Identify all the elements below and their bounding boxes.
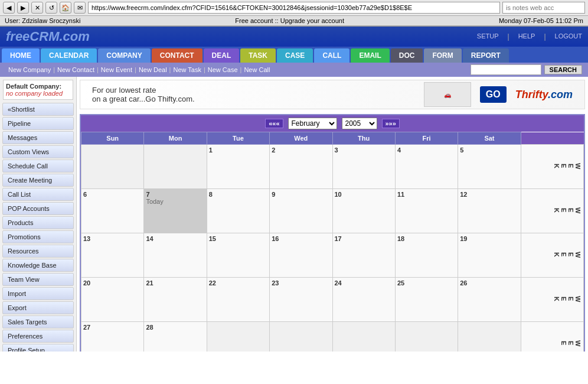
new-event-link[interactable]: New Event [99,66,135,73]
sidebar-item-schedule-call[interactable]: Schedule Call [2,160,74,173]
day-cell[interactable]: 24 [332,278,395,322]
tab-form[interactable]: FORM [424,48,461,63]
home-button[interactable]: 🏠 [60,2,71,14]
tab-report[interactable]: REPORT [463,48,509,63]
tab-task[interactable]: TASK [240,48,276,63]
day-cell[interactable] [81,145,144,189]
day-cell[interactable]: 11 [395,189,458,233]
day-cell[interactable]: 8 [207,189,269,233]
app-nav-links: SETUP | HELP | LOGOUT [477,32,582,41]
col-sun: Sun [81,132,144,145]
col-sat: Sat [458,132,521,145]
day-cell[interactable]: 27 [81,322,144,352]
day-cell[interactable]: 20 [81,278,144,322]
ad-logo: GO [480,86,507,103]
sidebar-item-messages[interactable]: Messages [2,131,74,144]
col-tue: Tue [207,132,269,145]
sidebar-item-import[interactable]: Import [2,287,74,300]
month-select[interactable]: January February March April May June Ju… [288,118,337,129]
top-nav: HOME CALENDAR COMPANY CONTACT DEAL TASK … [0,47,588,63]
quick-links-left: New Company | New Contact | New Event | … [6,66,272,73]
quick-links-bar: New Company | New Contact | New Event | … [0,63,588,77]
prev-prev-button[interactable]: ««« [265,119,283,128]
sidebar-item-pipeline[interactable]: Pipeline [2,117,74,130]
refresh-button[interactable]: ↺ [45,2,57,14]
day-cell[interactable]: 5 [458,145,521,189]
tab-contact[interactable]: CONTACT [152,48,202,63]
tab-calendar[interactable]: CALENDAR [41,48,97,63]
year-select[interactable]: 2003 2004 2005 2006 2007 [342,118,377,129]
logout-link[interactable]: LOGOUT [555,32,582,41]
ad-text: For our lowest rateon a great car...Go T… [92,86,415,103]
sidebar-item-custom-views[interactable]: Custom Views [2,145,74,158]
sidebar-item-promotions[interactable]: Promotions [2,230,74,243]
sidebar-item-pop-accounts[interactable]: POP Accounts [2,202,74,215]
tab-company[interactable]: COMPANY [98,48,150,63]
day-cell[interactable]: 21 [144,278,207,322]
sidebar-item-team-view[interactable]: Team View [2,273,74,286]
table-row: 27 28 WEE [81,322,584,352]
new-deal-link[interactable]: New Deal [136,66,169,73]
day-cell[interactable]: 12 [458,189,521,233]
day-cell[interactable]: 17 [332,233,395,278]
tab-home[interactable]: HOME [2,48,40,63]
day-cell[interactable]: 10 [332,189,395,233]
address-bar[interactable] [88,2,500,14]
day-cell[interactable] [144,145,207,189]
day-cell[interactable]: 18 [395,233,458,278]
day-cell[interactable]: 23 [270,278,332,322]
tab-case[interactable]: CASE [277,48,313,63]
day-cell-today[interactable]: 7Today [144,189,207,233]
day-cell[interactable] [207,322,269,352]
mail-button[interactable]: ✉ [74,2,86,14]
day-cell[interactable]: 19 [458,233,521,278]
next-next-button[interactable]: »»» [382,119,400,128]
stop-button[interactable]: ✕ [31,2,43,14]
day-cell[interactable] [270,322,332,352]
new-contact-link[interactable]: New Contact [55,66,97,73]
new-company-link[interactable]: New Company [6,66,53,73]
new-call-link[interactable]: New Call [241,66,272,73]
search-button[interactable]: SEARCH [544,65,582,74]
day-cell[interactable]: 3 [332,145,395,189]
sidebar-item-sales-targets[interactable]: Sales Targets [2,315,74,328]
sidebar-item-export[interactable]: Export [2,301,74,314]
day-cell[interactable] [458,322,521,352]
sidebar-item-profile-setup[interactable]: Profile Setup [2,344,74,352]
day-cell[interactable]: 16 [270,233,332,278]
sidebar-item-knowledge-base[interactable]: Knowledge Base [2,259,74,272]
day-cell[interactable]: 13 [81,233,144,278]
tab-call[interactable]: CALL [314,48,349,63]
sidebar-item-call-list[interactable]: Call List [2,188,74,201]
tab-email[interactable]: EMAIL [351,48,389,63]
forward-button[interactable]: ▶ [17,2,29,14]
sidebar-item-products[interactable]: Products [2,216,74,229]
day-cell[interactable]: 4 [395,145,458,189]
browser-search[interactable] [502,2,585,14]
day-cell[interactable]: 6 [81,189,144,233]
day-cell[interactable]: 28 [144,322,207,352]
sidebar-item-resources[interactable]: Resources [2,245,74,258]
day-cell[interactable] [332,322,395,352]
day-cell[interactable]: 9 [270,189,332,233]
day-cell[interactable]: 2 [270,145,332,189]
day-cell[interactable]: 25 [395,278,458,322]
status-center: Free account :: Upgrade your account [235,17,344,24]
day-cell[interactable] [395,322,458,352]
sidebar-item-create-meeting[interactable]: Create Meeting [2,174,74,187]
sidebar-item-shortlist[interactable]: «Shortlist [2,103,74,116]
day-cell[interactable]: 1 [207,145,269,189]
tab-deal[interactable]: DEAL [204,48,240,63]
day-cell[interactable]: 22 [207,278,269,322]
setup-link[interactable]: SETUP [477,32,499,41]
back-button[interactable]: ◀ [3,2,15,14]
new-case-link[interactable]: New Case [205,66,240,73]
day-cell[interactable]: 15 [207,233,269,278]
day-cell[interactable]: 26 [458,278,521,322]
help-link[interactable]: HELP [518,32,535,41]
tab-doc[interactable]: DOC [391,48,423,63]
search-input[interactable] [471,64,541,75]
day-cell[interactable]: 14 [144,233,207,278]
new-task-link[interactable]: New Task [171,66,203,73]
sidebar-item-preferences[interactable]: Preferences [2,330,74,343]
